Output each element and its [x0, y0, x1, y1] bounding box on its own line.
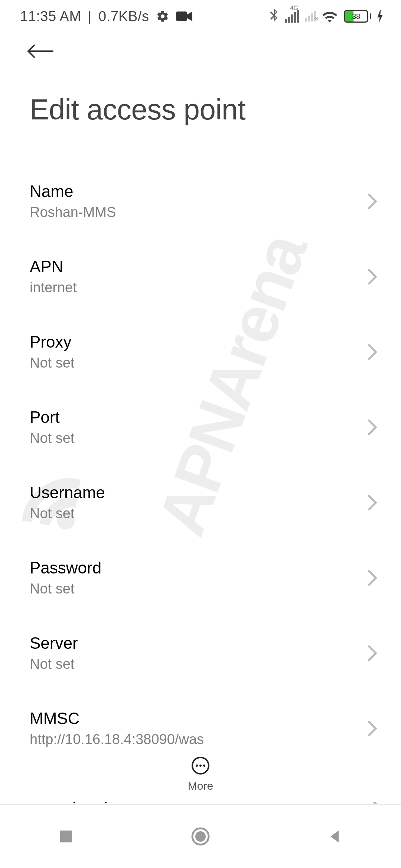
- battery-percent: 38: [345, 12, 367, 21]
- status-net-speed: 0.7KB/s: [98, 9, 149, 24]
- status-bar: 11:35 AM | 0.7KB/s 4G ✕: [0, 0, 401, 33]
- row-label: APN: [30, 257, 368, 276]
- nav-home-button[interactable]: [190, 826, 211, 847]
- row-value: Not set: [30, 430, 368, 446]
- svg-point-3: [199, 765, 202, 767]
- settings-icon: [156, 10, 169, 23]
- system-nav-bar: [0, 804, 401, 868]
- row-apn[interactable]: APN internet: [0, 239, 401, 314]
- chevron-right-icon: [368, 645, 377, 661]
- row-label: MMSC: [30, 709, 368, 728]
- chevron-right-icon: [368, 494, 377, 511]
- svg-point-2: [196, 765, 198, 767]
- row-username[interactable]: Username Not set: [0, 465, 401, 540]
- bottom-action-bar: More: [0, 746, 401, 802]
- row-label: Password: [30, 559, 368, 577]
- row-name[interactable]: Name Roshan-MMS: [0, 164, 401, 239]
- signal-4g-icon: 4G: [285, 10, 299, 23]
- row-value: http://10.16.18.4:38090/was: [30, 731, 368, 747]
- video-icon: [176, 11, 192, 22]
- back-button[interactable]: [26, 43, 401, 59]
- row-value: Not set: [30, 581, 368, 597]
- row-proxy[interactable]: Proxy Not set: [0, 314, 401, 389]
- more-icon: [191, 756, 210, 775]
- nav-back-button[interactable]: [327, 828, 343, 845]
- chevron-right-icon: [368, 344, 377, 360]
- chevron-right-icon: [368, 720, 377, 737]
- svg-point-7: [195, 831, 206, 842]
- row-value: internet: [30, 280, 368, 296]
- chevron-right-icon: [368, 570, 377, 586]
- chevron-right-icon: [368, 193, 377, 210]
- settings-list: Name Roshan-MMS APN internet Proxy Not s…: [0, 126, 401, 841]
- status-time: 11:35 AM: [20, 9, 81, 24]
- row-label: Port: [30, 408, 368, 427]
- row-label: Username: [30, 483, 368, 502]
- bluetooth-icon: [269, 9, 279, 24]
- battery-indicator: 38: [344, 10, 371, 23]
- chevron-right-icon: [368, 419, 377, 435]
- network-badge: 4G: [290, 5, 298, 11]
- chevron-right-icon: [368, 269, 377, 285]
- row-label: Name: [30, 182, 368, 201]
- row-value: Not set: [30, 355, 368, 371]
- page-title: Edit access point: [0, 59, 401, 126]
- row-value: Roshan-MMS: [30, 204, 368, 220]
- svg-rect-5: [60, 831, 72, 842]
- more-button[interactable]: More: [188, 756, 213, 792]
- wifi-icon: [322, 10, 338, 23]
- svg-rect-0: [176, 11, 187, 21]
- row-port[interactable]: Port Not set: [0, 389, 401, 465]
- charging-icon: [377, 10, 383, 23]
- row-server[interactable]: Server Not set: [0, 615, 401, 691]
- row-password[interactable]: Password Not set: [0, 540, 401, 615]
- row-value: Not set: [30, 506, 368, 522]
- row-label: Server: [30, 634, 368, 652]
- status-separator: |: [88, 9, 92, 24]
- svg-point-4: [203, 765, 205, 767]
- more-label: More: [188, 780, 213, 792]
- signal-no-sim-icon: ✕: [305, 11, 316, 22]
- row-label: Proxy: [30, 333, 368, 351]
- nav-recents-button[interactable]: [58, 828, 74, 845]
- row-value: Not set: [30, 656, 368, 672]
